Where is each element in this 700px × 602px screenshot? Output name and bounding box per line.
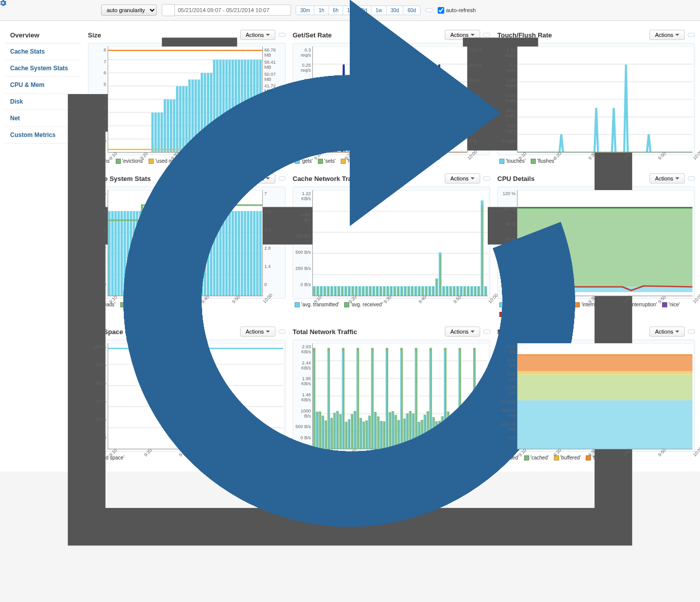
- panel-refresh[interactable]: [688, 330, 695, 334]
- charts-grid: Size Actions 876543210 9:109:209:309:409…: [81, 27, 695, 461]
- chart-plot[interactable]: 9:109:209:309:409:5010:00: [517, 343, 692, 449]
- svg-rect-398: [518, 355, 692, 371]
- svg-rect-397: [518, 371, 692, 374]
- panel-mem: Memory Details Actions 3.26 GB2.79 GB2.3…: [497, 324, 695, 461]
- svg-rect-396: [518, 375, 692, 400]
- svg-rect-395: [518, 400, 692, 449]
